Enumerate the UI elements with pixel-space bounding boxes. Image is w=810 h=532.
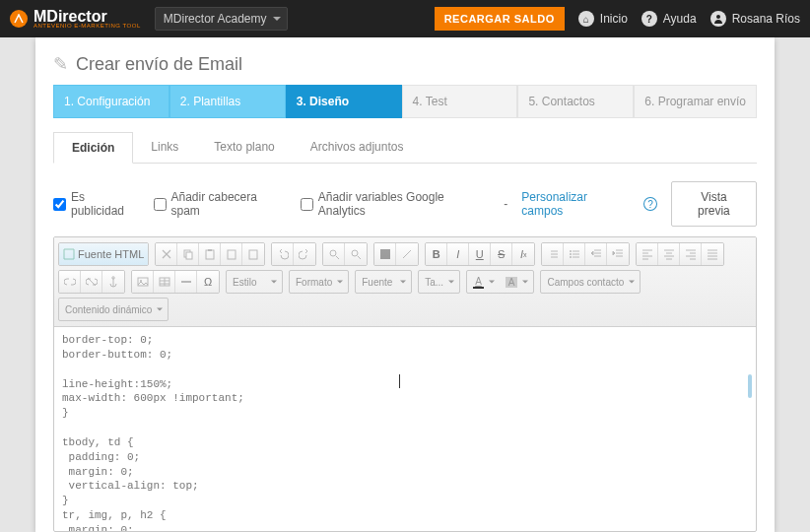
select-all-button[interactable]: [374, 243, 396, 265]
page-title-text: Crear envío de Email: [76, 54, 242, 75]
nav-help[interactable]: ? Ayuda: [641, 11, 697, 27]
wizard-step-4[interactable]: 4. Test: [402, 85, 518, 118]
image-button[interactable]: [132, 271, 154, 293]
unlink-button[interactable]: [81, 271, 102, 293]
remove-format-button-2[interactable]: Ix: [512, 243, 534, 265]
opt-spam[interactable]: Añadir cabecera spam: [154, 190, 287, 218]
text-color-button[interactable]: A: [467, 271, 500, 293]
nav-home-label: Inicio: [600, 12, 628, 26]
opt-ga-checkbox[interactable]: [301, 198, 313, 211]
personalize-fields-link[interactable]: Personalizar campos: [521, 190, 630, 218]
italic-button[interactable]: I: [447, 243, 469, 265]
scrollbar-thumb[interactable]: [748, 374, 752, 398]
wizard-step-2[interactable]: 2. Plantillas: [169, 85, 286, 118]
tab-edición[interactable]: Edición: [53, 132, 133, 164]
remove-format-button[interactable]: [396, 243, 418, 265]
editor-toolbar: Fuente HTML B: [54, 237, 756, 327]
wizard-step-6[interactable]: 6. Programar envío: [634, 85, 757, 118]
tab-archivos-adjuntos[interactable]: Archivos adjuntos: [293, 132, 422, 163]
rich-text-editor: Fuente HTML B: [53, 236, 757, 532]
svg-rect-14: [138, 278, 148, 286]
svg-point-8: [352, 250, 358, 256]
find-button[interactable]: [323, 243, 345, 265]
redo-button[interactable]: [294, 243, 315, 265]
brand-logo[interactable]: MDirector ANTEVENIO E-MARKETING TOOL: [10, 9, 141, 29]
svg-rect-9: [380, 249, 390, 259]
home-icon: ⌂: [578, 11, 594, 27]
align-center-button[interactable]: [658, 243, 680, 265]
user-icon: [710, 11, 726, 27]
nav-user[interactable]: Rosana Ríos: [710, 11, 800, 27]
options-row: Es publicidad Añadir cabecera spam Añadi…: [53, 164, 757, 236]
outdent-button[interactable]: [585, 243, 607, 265]
svg-point-12: [570, 256, 572, 258]
brand-icon: [10, 10, 28, 28]
wizard-step-3[interactable]: 3. Diseño: [286, 85, 402, 118]
nav-help-label: Ayuda: [663, 12, 697, 26]
svg-rect-5: [228, 250, 236, 259]
wizard-step-1[interactable]: 1. Configuración: [53, 85, 169, 118]
bold-button[interactable]: B: [426, 243, 447, 265]
svg-rect-2: [186, 252, 192, 259]
contact-fields-select[interactable]: Campos contacto: [541, 271, 640, 293]
dynamic-content-select[interactable]: Contenido dinámico: [59, 299, 168, 320]
paste-button[interactable]: [199, 243, 221, 265]
hr-button[interactable]: [175, 271, 197, 293]
help-icon: ?: [641, 11, 657, 27]
workspace-dropdown[interactable]: MDirector Academy: [155, 7, 288, 31]
replace-button[interactable]: [345, 243, 367, 265]
opt-ga-label: Añadir variables Google Analytics: [318, 190, 491, 218]
cut-button[interactable]: [156, 243, 177, 265]
special-char-button[interactable]: Ω: [197, 271, 219, 293]
indent-button[interactable]: [607, 243, 629, 265]
align-right-button[interactable]: [680, 243, 702, 265]
copy-button[interactable]: [177, 243, 199, 265]
anchor-button[interactable]: [102, 271, 124, 293]
paste-word-button[interactable]: [242, 243, 264, 265]
opt-spam-checkbox[interactable]: [154, 198, 167, 211]
opt-separator: -: [504, 197, 507, 211]
wizard-step-5[interactable]: 5. Contactos: [517, 85, 634, 118]
link-button[interactable]: [59, 271, 81, 293]
format-select[interactable]: Formato: [290, 271, 348, 293]
font-select[interactable]: Fuente: [356, 271, 411, 293]
underline-button[interactable]: U: [469, 243, 491, 265]
size-select[interactable]: Ta...: [419, 271, 459, 293]
wizard-steps: 1. Configuración2. Plantillas3. Diseño4.…: [53, 85, 757, 118]
text-caret: [399, 374, 400, 388]
svg-point-7: [330, 250, 336, 256]
tab-texto-plano[interactable]: Texto plano: [196, 132, 292, 163]
opt-spam-label: Añadir cabecera spam: [171, 190, 287, 218]
tab-links[interactable]: Links: [133, 132, 196, 163]
align-justify-button[interactable]: [702, 243, 723, 265]
opt-ga[interactable]: Añadir variables Google Analytics: [301, 190, 491, 218]
numbered-list-button[interactable]: [542, 243, 564, 265]
svg-rect-6: [249, 250, 257, 259]
code-content[interactable]: border-top: 0; border-buttom: 0; line-he…: [54, 327, 756, 531]
svg-point-0: [716, 15, 720, 19]
bullet-list-button[interactable]: [564, 243, 585, 265]
page-card: ✎ Crear envío de Email 1. Configuración2…: [35, 37, 775, 532]
align-left-button[interactable]: [637, 243, 658, 265]
preview-button[interactable]: Vista previa: [671, 181, 757, 227]
undo-button[interactable]: [272, 243, 294, 265]
opt-publicity[interactable]: Es publicidad: [53, 190, 140, 218]
brand-tagline: ANTEVENIO E-MARKETING TOOL: [34, 23, 141, 29]
design-tabs: EdiciónLinksTexto planoArchivos adjuntos: [53, 132, 757, 164]
style-select[interactable]: Estilo: [227, 271, 282, 293]
help-icon[interactable]: ?: [643, 197, 657, 211]
svg-point-10: [570, 250, 572, 252]
svg-rect-4: [208, 249, 212, 251]
nav-home[interactable]: ⌂ Inicio: [578, 11, 628, 27]
table-button[interactable]: [154, 271, 175, 293]
app-header: MDirector ANTEVENIO E-MARKETING TOOL MDi…: [0, 0, 810, 37]
pencil-icon: ✎: [53, 53, 68, 75]
opt-publicity-checkbox[interactable]: [53, 198, 66, 211]
reload-balance-button[interactable]: RECARGAR SALDO: [435, 7, 565, 31]
bg-color-button[interactable]: A: [500, 271, 534, 293]
nav-user-label: Rosana Ríos: [732, 12, 800, 26]
source-html-button[interactable]: Fuente HTML: [59, 243, 148, 265]
code-editor-area[interactable]: border-top: 0; border-buttom: 0; line-he…: [54, 327, 756, 531]
strike-button[interactable]: S: [491, 243, 512, 265]
paste-text-button[interactable]: [221, 243, 242, 265]
